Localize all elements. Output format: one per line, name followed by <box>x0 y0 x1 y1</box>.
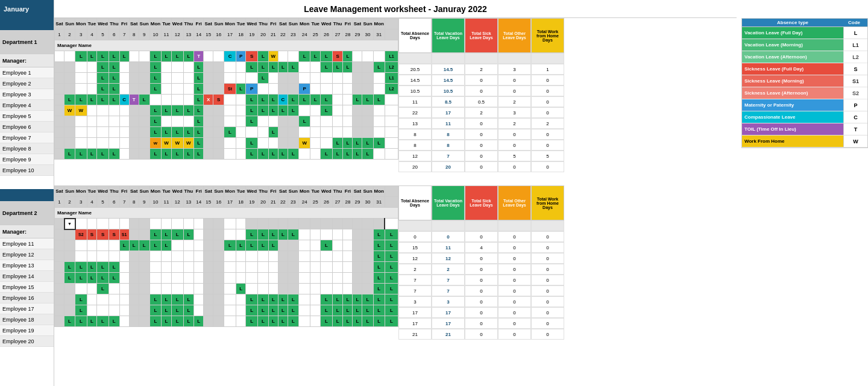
dept1-manager-cal-row: Manager Name <box>55 40 398 51</box>
dept2-emp14-totals: 2 2 0 0 0 <box>398 264 564 275</box>
dept1-calendar[interactable]: Sat Sun Mon Tue Wed Thu Fri Sat Sun Mon … <box>54 18 398 172</box>
legend-vacation-afternoon-label: Vacation Leave (Afternoon) <box>742 54 843 60</box>
dept1-emp8-name: Employee 8 <box>0 143 54 154</box>
dept2-day-header-row: SatSun MonTueWedThuFri SatSun MonTueWedT… <box>55 186 398 197</box>
dept1-emp5-name: Employee 5 <box>0 111 54 122</box>
dept2-emp16-name: Employee 16 <box>0 293 54 304</box>
dept1-emp10-name: Employee 10 <box>0 165 54 176</box>
january-label: January <box>0 0 54 18</box>
table-row: LLLLL L L <box>55 273 398 284</box>
dept1-emp6-totals: 13 11 0 2 2 <box>398 118 564 129</box>
dept1-emp5-totals: 22 17 2 3 0 <box>398 107 564 118</box>
dept2-emp11-totals: 0 0 0 0 0 <box>398 231 564 242</box>
legend-wfh-label: Work From Home <box>742 139 843 144</box>
left-sidebar: January Department 1 Manager: Employee 1… <box>0 0 54 386</box>
dept1-emp4-totals: 11 8.5 0.5 2 0 <box>398 96 564 107</box>
day-mon10: Mon <box>149 19 161 30</box>
dept2-total-other-header: Total Other Leave Days <box>498 185 531 220</box>
day-mon17: Mon <box>224 19 236 30</box>
page-title: Leave Management worksheet - Januray 202… <box>54 0 737 18</box>
table-row: L L L L L L L L L T <box>55 51 398 62</box>
legend-toil-code: T <box>843 123 867 135</box>
dept-section-spacer <box>54 172 737 185</box>
dept1-emp2-totals: 14.5 14.5 0 0 0 <box>398 75 564 86</box>
table-row: LLLLL LLLLL LLLLL LLLLL L L <box>55 316 398 327</box>
table-row: LLLLL L L <box>55 262 398 273</box>
dept2-section: SatSun MonTueWedThuFri SatSun MonTueWedT… <box>54 185 737 340</box>
legend-sick-morning-label: Sickness Leave (Morning) <box>742 78 843 84</box>
dept2-emp19-totals: 17 17 0 0 0 <box>398 318 564 329</box>
day-wed19: Wed <box>246 19 258 30</box>
legend-sick-morning-code: S1 <box>843 75 867 87</box>
dept2-header-label: Department 2 <box>2 210 37 216</box>
dept2-manager-row: Manager: <box>0 225 54 238</box>
legend-vacation-afternoon-code: L2 <box>843 51 867 63</box>
dept1-emp9-totals: 12 7 0 5 5 <box>398 151 564 161</box>
dept2-emp20-name: Employee 20 <box>0 336 54 347</box>
legend-vacation-full: Vacation Leave (Full Day) L <box>742 27 867 39</box>
legend-compassionate-code: C <box>843 111 867 123</box>
dept2-emp13-totals: 12 12 0 0 0 <box>398 253 564 264</box>
table-row: LL L L <box>55 116 398 127</box>
day-wed5: Wed <box>97 19 109 30</box>
day-sun30: Sun <box>362 19 373 30</box>
table-row: S2 S S S S1 LLLL LLLLL L <box>55 229 398 240</box>
dept1-emp6-name: Employee 6 <box>0 122 54 132</box>
dept1-emp4-name: Employee 4 <box>0 100 54 111</box>
dept2-calendar[interactable]: SatSun MonTueWedThuFri SatSun MonTueWedT… <box>54 185 398 340</box>
day-tue18: Tue <box>236 19 246 30</box>
day-sun9: Sun <box>139 19 149 30</box>
day-mon3: Mon <box>75 19 87 30</box>
dept1-header-label: Department 1 <box>2 39 37 45</box>
dept2-total-absence-header: Total Absence Days <box>398 185 432 220</box>
legend-maternity-code: P <box>843 99 867 111</box>
dept1-section: Sat Sun Mon Tue Wed Thu Fri Sat Sun Mon … <box>54 18 737 172</box>
table-row: LL L L StL P P L2 <box>55 84 398 95</box>
legend-wfh: Work From Home W <box>742 135 867 148</box>
dept1-manager-row: Manager: <box>0 54 54 67</box>
dept2-total-vacation-header: Total Vacation Leave Days <box>432 185 465 220</box>
legend-wfh-code: W <box>843 135 867 147</box>
total-wfh-header: Total Work from Home Days <box>531 18 564 53</box>
table-row: wWWWL L W LLLLL <box>55 138 398 149</box>
dept2-total-sick-header: Total Sick Leave Days <box>465 185 498 220</box>
dept1-totals: Total Absence Days Total Vacation Leave … <box>398 18 564 172</box>
day-sun2: Sun <box>64 19 75 30</box>
legend-sick-full: Sickness Leave (Full Day) S <box>742 63 867 75</box>
dept1-emp3-totals: 10.5 10.5 0 0 0 <box>398 86 564 96</box>
day-fri21: Fri <box>268 19 278 30</box>
table-row: LL L L LLLLL LLL L L2 <box>55 62 398 73</box>
dept1-header-spacer <box>0 18 54 30</box>
legend-vacation-morning-label: Vacation Leave (Morning) <box>742 42 843 48</box>
center-content: Leave Management worksheet - Januray 202… <box>54 0 737 386</box>
day-fri7: Fri <box>119 19 129 30</box>
day-sat15: Sat <box>204 19 213 30</box>
total-absence-header: Total Absence Days <box>398 18 432 53</box>
day-sat29: Sat <box>353 19 362 30</box>
legend-absence-label: Absence type <box>743 20 842 25</box>
dept2-col-header: Department 2 <box>0 201 54 225</box>
day-thu13: Thu <box>183 19 194 30</box>
dept1-emp9-name: Employee 9 <box>0 154 54 165</box>
day-tue4: Tue <box>87 19 97 30</box>
legend-toil: TOIL (Time Off In Lieu) T <box>742 123 867 135</box>
table-row[interactable]: ▼ <box>55 219 398 229</box>
total-sick-header: Total Sick Leave Days <box>465 18 498 53</box>
dept2-emp18-name: Employee 18 <box>0 314 54 325</box>
legend-vacation-afternoon: Vacation Leave (Afternoon) L2 <box>742 51 867 63</box>
dept2-emp12-name: Employee 12 <box>0 249 54 260</box>
dept1-col-header: Department 1 <box>0 30 54 54</box>
table-row: L L L L <box>55 284 398 294</box>
day-sat1: Sat <box>55 19 64 30</box>
dept2-emp15-totals: 7 7 0 0 0 <box>398 275 564 285</box>
table-row: LLLLL L L <box>55 127 398 138</box>
legend-vacation-full-code: L <box>843 27 867 39</box>
dept2-manager-label: Manager: <box>2 229 27 235</box>
dept1-emp3-name: Employee 3 <box>0 89 54 100</box>
legend-sick-afternoon-code: S2 <box>843 87 867 99</box>
table-row: LL L L L L1 <box>55 73 398 84</box>
table-row: W W LLLLL LLLLL L <box>55 105 398 116</box>
dept1-emp1-name: Employee 1 <box>0 67 54 78</box>
day-thu20: Thu <box>258 19 269 30</box>
dept2-emp14-name: Employee 14 <box>0 271 54 282</box>
